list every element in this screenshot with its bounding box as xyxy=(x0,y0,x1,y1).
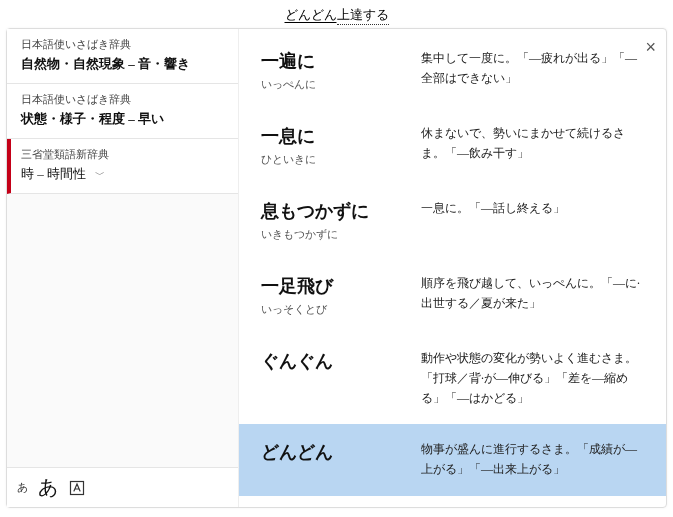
entry-row[interactable]: 一息に ひといきに 休まないで、勢いにまかせて続けるさま。「―飲み干す」 xyxy=(239,108,666,183)
entry-reading: いっぺんに xyxy=(261,77,421,92)
entry-row-selected[interactable]: どんどん 物事が盛んに進行するさま。「成績が―上がる」「―出来上がる」 xyxy=(239,424,666,496)
dictionary-panel: 日本語使いさばき辞典 自然物・自然現象 – 音・響き 日本語使いさばき辞典 状態… xyxy=(6,28,667,508)
entry-word: どんどん xyxy=(261,440,421,464)
sidebar-item-title: 時 – 時間性 ﹀ xyxy=(21,165,226,183)
sidebar: 日本語使いさばき辞典 自然物・自然現象 – 音・響き 日本語使いさばき辞典 状態… xyxy=(7,29,239,507)
entry-headword: 息もつかずに いきもつかずに xyxy=(261,199,421,242)
entry-reading: いっそくとび xyxy=(261,302,421,317)
sidebar-item-title-text: 時 – 時間性 xyxy=(21,166,86,181)
text-format-icon[interactable] xyxy=(68,479,86,497)
entry-definition: 集中して一度に。「―疲れが出る」「―全部はできない」 xyxy=(421,49,644,92)
entry-word: 一足飛び xyxy=(261,274,421,298)
sidebar-item-0[interactable]: 日本語使いさばき辞典 自然物・自然現象 – 音・響き xyxy=(7,29,238,84)
entry-word: 一息に xyxy=(261,124,421,148)
entry-headword: ぐんぐん xyxy=(261,349,421,408)
entry-definition: 順序を飛び越して、いっぺんに。「―に·出世する／夏が来た」 xyxy=(421,274,644,317)
definitions-list: × 一遍に いっぺんに 集中して一度に。「―疲れが出る」「―全部はできない」 一… xyxy=(239,29,666,507)
entry-word: 息もつかずに xyxy=(261,199,421,223)
entry-headword: 一息に ひといきに xyxy=(261,124,421,167)
sidebar-item-title: 自然物・自然現象 – 音・響き xyxy=(21,55,226,73)
entry-reading: いきもつかずに xyxy=(261,227,421,242)
header-term-1: どんどん xyxy=(285,7,337,22)
entry-definition: 一息に。「―話し終える」 xyxy=(421,199,644,242)
entry-row[interactable]: 一遍に いっぺんに 集中して一度に。「―疲れが出る」「―全部はできない」 xyxy=(239,33,666,108)
header-term-2: 上達する xyxy=(337,7,389,25)
font-size-small[interactable]: あ xyxy=(17,480,28,495)
sidebar-item-title: 状態・様子・程度 – 早い xyxy=(21,110,226,128)
entry-word: ぐんぐん xyxy=(261,349,421,373)
sidebar-items: 日本語使いさばき辞典 自然物・自然現象 – 音・響き 日本語使いさばき辞典 状態… xyxy=(7,29,238,467)
header-search-term: どんどん上達する xyxy=(0,0,673,28)
sidebar-item-2[interactable]: 三省堂類語新辞典 時 – 時間性 ﹀ xyxy=(7,139,238,194)
entry-definition: 動作や状態の変化が勢いよく進むさま。「打球／背·が―伸びる」「差を―縮める」「―… xyxy=(421,349,644,408)
entry-definition: 休まないで、勢いにまかせて続けるさま。「―飲み干す」 xyxy=(421,124,644,167)
entry-reading: ひといきに xyxy=(261,152,421,167)
entry-row[interactable]: 一足飛び いっそくとび 順序を飛び越して、いっぺんに。「―に·出世する／夏が来た… xyxy=(239,258,666,333)
sidebar-footer: あ あ xyxy=(7,467,238,507)
entry-definition: 物事が盛んに進行するさま。「成績が―上がる」「―出来上がる」 xyxy=(421,440,644,480)
sidebar-item-source: 日本語使いさばき辞典 xyxy=(21,92,226,107)
entry-headword: 一足飛び いっそくとび xyxy=(261,274,421,317)
entry-headword: 一遍に いっぺんに xyxy=(261,49,421,92)
sidebar-item-1[interactable]: 日本語使いさばき辞典 状態・様子・程度 – 早い xyxy=(7,84,238,139)
entry-word: 一遍に xyxy=(261,49,421,73)
close-button[interactable]: × xyxy=(645,37,656,58)
chevron-down-icon: ﹀ xyxy=(95,168,105,182)
entry-headword: どんどん xyxy=(261,440,421,480)
entry-row[interactable]: 息もつかずに いきもつかずに 一息に。「―話し終える」 xyxy=(239,183,666,258)
font-size-large[interactable]: あ xyxy=(38,474,58,501)
sidebar-item-source: 日本語使いさばき辞典 xyxy=(21,37,226,52)
entry-row[interactable]: ぐんぐん 動作や状態の変化が勢いよく進むさま。「打球／背·が―伸びる」「差を―縮… xyxy=(239,333,666,424)
sidebar-item-source: 三省堂類語新辞典 xyxy=(21,147,226,162)
